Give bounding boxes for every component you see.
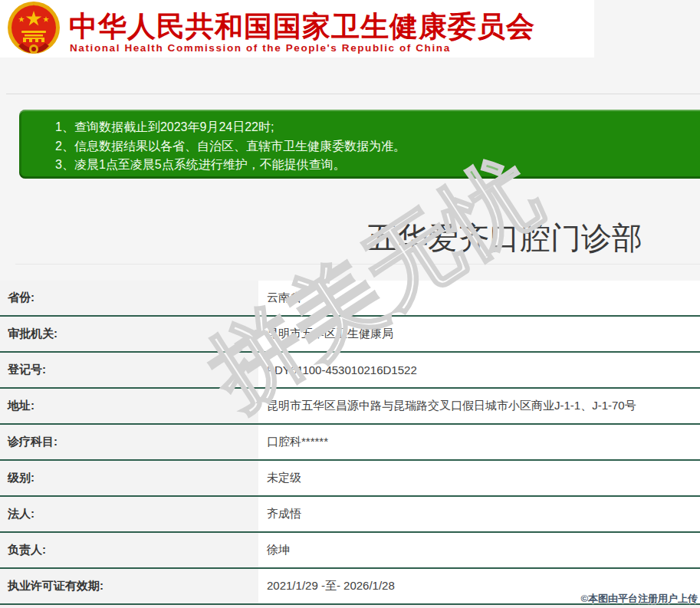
row-value: 徐坤 xyxy=(258,533,700,567)
uploaded-by-user-watermark: ©本图由平台注册用户上传 xyxy=(580,592,698,606)
row-label: 省份: xyxy=(0,281,258,315)
row-label: 审批机关: xyxy=(0,317,258,351)
row-label: 级别: xyxy=(0,461,258,495)
header-banner: 中华人民共和国国家卫生健康委员会 National Health Commiss… xyxy=(0,0,594,58)
table-row-province: 省份: 云南省 xyxy=(0,281,700,317)
header-divider xyxy=(6,94,700,94)
row-value: PDY61100-453010216D1522 xyxy=(258,353,700,387)
table-row-legal-person: 法人: 齐成悟 xyxy=(0,497,700,533)
org-title-chinese: 中华人民共和国国家卫生健康委员会 xyxy=(69,8,544,46)
title-divider xyxy=(15,264,700,265)
row-value: 齐成悟 xyxy=(258,497,700,531)
row-label: 诊疗科目: xyxy=(0,425,258,459)
table-row-level: 级别: 未定级 xyxy=(0,461,700,497)
row-label: 执业许可证有效期: xyxy=(0,569,258,603)
table-row-approval-authority: 审批机关: 昆明市五华区卫生健康局 xyxy=(0,317,700,353)
medical-license-lookup-page: { "header": { "org_title_cn": "中华人民共和国国家… xyxy=(0,0,700,608)
table-row-registration-number: 登记号: PDY61100-453010216D1522 xyxy=(0,353,700,389)
notice-line: 1、查询数据截止到2023年9月24日22时; xyxy=(55,118,700,137)
row-value: 昆明市五华区昌源中路与昆瑞路交叉口假日城市小区商业J-1-1、J-1-70号 xyxy=(258,389,700,423)
row-label: 负责人: xyxy=(0,533,258,567)
org-title-english: National Health Commission of the People… xyxy=(70,42,545,54)
row-value: 昆明市五华区卫生健康局 xyxy=(258,317,700,351)
notice-line: 2、信息数据结果以各省、自治区、直辖市卫生健康委数据为准。 xyxy=(55,137,700,156)
row-label: 登记号: xyxy=(0,353,258,387)
table-row-address: 地址: 昆明市五华区昌源中路与昆瑞路交叉口假日城市小区商业J-1-1、J-1-7… xyxy=(0,389,700,425)
row-value: 云南省 xyxy=(258,281,700,315)
query-notice-box: 1、查询数据截止到2023年9月24日22时; 2、信息数据结果以各省、自治区、… xyxy=(19,110,700,179)
row-value: 口腔科****** xyxy=(258,425,700,459)
row-value: 未定级 xyxy=(258,461,700,495)
table-row-departments: 诊疗科目: 口腔科****** xyxy=(0,425,700,461)
institution-name-title: 五华爱齐口腔门诊部 xyxy=(366,217,642,259)
table-row-person-in-charge: 负责人: 徐坤 xyxy=(0,533,700,569)
prc-national-emblem-icon xyxy=(6,2,61,57)
row-label: 地址: xyxy=(0,389,258,423)
institution-detail-table: 省份: 云南省 审批机关: 昆明市五华区卫生健康局 登记号: PDY61100-… xyxy=(0,281,700,605)
notice-line: 3、凌晨1点至凌晨5点系统进行维护，不能提供查询。 xyxy=(55,156,700,175)
row-label: 法人: xyxy=(0,497,258,531)
